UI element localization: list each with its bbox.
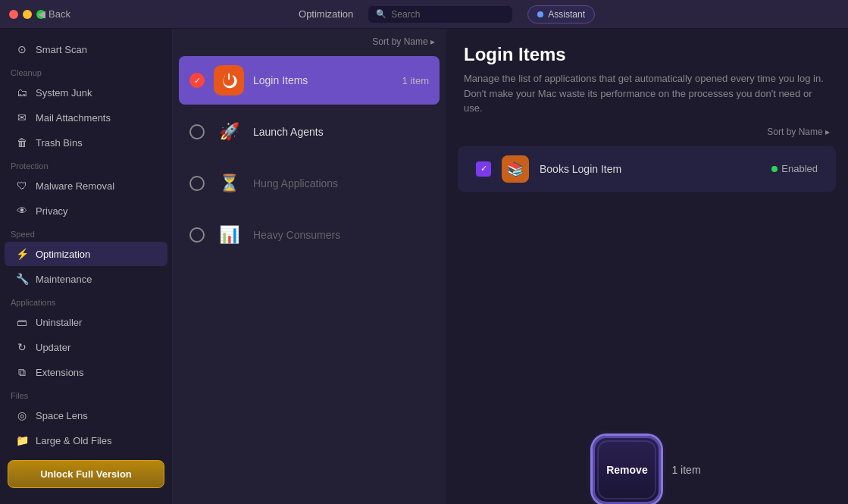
sidebar-item-label: Large & Old Files [36,435,111,446]
optimization-icon: ⚡ [15,247,29,261]
enabled-status-dot [771,166,778,172]
sidebar-item-label: Optimization [36,249,90,260]
books-app-icon: 📚 [502,155,529,183]
sidebar-item-label: Updater [36,342,70,353]
books-item-status: Enabled [771,163,818,174]
right-sort-label[interactable]: Sort by Name ▸ [767,127,830,137]
assistant-button[interactable]: Assistant [527,5,595,23]
books-item-check[interactable]: ✓ [476,161,491,177]
assistant-dot-icon [537,11,543,17]
list-item-login-items[interactable]: ✓ Login Items 1 item [179,56,440,105]
privacy-icon: 👁 [15,204,29,218]
titlebar-center: Optimization 🔍 Assistant [55,5,839,23]
back-label: Back [49,8,70,20]
search-icon: 🔍 [376,9,386,19]
heavy-consumers-label: Heavy Consumers [253,229,429,241]
middle-sort-bar: Sort by Name ▸ [173,29,446,55]
sidebar-item-label: Extensions [36,367,84,378]
sidebar-item-label: Mail Attachments [36,112,111,124]
search-input[interactable] [391,9,505,20]
right-title: Login Items [464,44,830,65]
sidebar-item-maintenance[interactable]: 🔧 Maintenance [5,267,167,291]
chart-icon: 📊 [214,220,244,250]
sidebar-item-space-lens[interactable]: ◎ Space Lens [5,403,167,427]
bottom-bar: Remove 1 item [446,436,848,504]
mail-attachments-icon: ✉ [15,111,29,124]
right-list-item-books[interactable]: ✓ 📚 Books Login Item Enabled [458,146,836,192]
list-item-heavy-consumers[interactable]: 📊 Heavy Consumers [179,211,440,259]
login-items-count: 1 item [402,75,429,86]
login-items-check[interactable]: ✓ [189,73,205,88]
updater-icon: ↻ [15,340,29,354]
back-arrow-icon: ◀ [38,8,45,20]
sidebar-item-privacy[interactable]: 👁 Privacy [5,199,167,223]
sidebar-item-label: Malware Removal [36,180,114,192]
protection-section-label: Protection [0,155,172,173]
applications-section-label: Applications [0,292,172,309]
sidebar-item-label: Space Lens [36,410,88,421]
back-button[interactable]: ◀ Back [38,8,70,20]
power-icon [214,65,244,95]
middle-sort-label[interactable]: Sort by Name ▸ [372,36,435,47]
smart-scan-icon: ⊙ [15,42,29,56]
uninstaller-icon: 🗃 [15,315,29,329]
space-lens-icon: ◎ [15,409,29,422]
sidebar-item-malware-removal[interactable]: 🛡 Malware Removal [5,174,167,198]
launch-agents-check[interactable] [189,124,205,139]
sidebar-item-updater[interactable]: ↻ Updater [5,335,167,359]
hourglass-icon: ⏳ [214,168,244,199]
launch-agents-label: Launch Agents [253,126,429,138]
right-panel: Login Items Manage the list of applicati… [446,29,848,504]
rocket-icon: 🚀 [214,117,244,147]
sidebar-item-label: Uninstaller [36,317,82,328]
nav-title: Optimization [299,8,353,20]
sidebar-item-label: Trash Bins [36,137,83,149]
hung-apps-check[interactable] [189,176,205,191]
hung-applications-label: Hung Applications [253,177,429,189]
sidebar-item-label: Smart Scan [36,44,87,55]
books-item-name: Books Login Item [540,163,761,175]
maintenance-icon: 🔧 [15,272,29,286]
heavy-consumers-check[interactable] [189,227,205,243]
right-description: Manage the list of applications that get… [464,71,830,116]
close-button[interactable] [9,10,18,19]
unlock-full-version-button[interactable]: Unlock Full Version [8,460,164,488]
remove-button[interactable]: Remove [593,436,661,504]
sidebar: ⊙ Smart Scan Cleanup 🗂 System Junk ✉ Mai… [0,29,173,504]
sidebar-item-extensions[interactable]: ⧉ Extensions [5,360,167,384]
main-layout: ⊙ Smart Scan Cleanup 🗂 System Junk ✉ Mai… [0,29,848,504]
right-header: Login Items Manage the list of applicati… [446,29,848,127]
minimize-button[interactable] [23,10,32,19]
sidebar-item-trash-bins[interactable]: 🗑 Trash Bins [5,130,167,155]
login-items-label: Login Items [253,74,393,86]
list-item-launch-agents[interactable]: 🚀 Launch Agents [179,108,440,156]
malware-removal-icon: 🛡 [15,179,29,193]
remove-button-label: Remove [606,464,647,476]
sidebar-item-label: Maintenance [36,274,92,285]
assistant-label: Assistant [548,9,585,20]
sidebar-item-uninstaller[interactable]: 🗃 Uninstaller [5,310,167,334]
sidebar-item-label: System Junk [36,87,92,99]
bottom-item-count: 1 item [671,464,700,476]
list-item-hung-applications[interactable]: ⏳ Hung Applications [179,159,440,208]
sidebar-item-smart-scan[interactable]: ⊙ Smart Scan [5,37,167,61]
sidebar-item-label: Privacy [36,205,68,217]
sidebar-item-system-junk[interactable]: 🗂 System Junk [5,80,167,105]
large-old-files-icon: 📁 [15,434,29,447]
sidebar-item-large-old-files[interactable]: 📁 Large & Old Files [5,428,167,452]
search-bar[interactable]: 🔍 [368,6,512,23]
speed-section-label: Speed [0,224,172,241]
cleanup-section-label: Cleanup [0,62,172,80]
trash-bins-icon: 🗑 [15,136,29,149]
sidebar-item-optimization[interactable]: ⚡ Optimization [5,242,167,266]
extensions-icon: ⧉ [15,365,29,379]
right-sort-bar: Sort by Name ▸ [446,127,848,143]
sidebar-item-mail-attachments[interactable]: ✉ Mail Attachments [5,105,167,130]
system-junk-icon: 🗂 [15,86,29,99]
titlebar: ◀ Back Optimization 🔍 Assistant [0,0,848,29]
files-section-label: Files [0,385,172,402]
books-status-label: Enabled [781,163,818,174]
middle-panel: Sort by Name ▸ ✓ Login Items 1 item 🚀 La… [173,29,446,504]
remove-button-wrap: Remove [593,436,661,504]
